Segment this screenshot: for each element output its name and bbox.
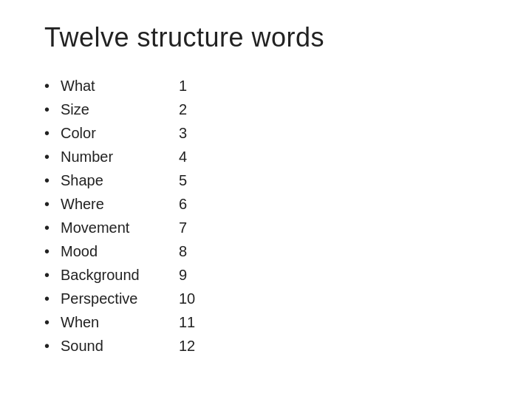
word-number: 2 xyxy=(179,98,187,121)
list-item: •Shape5 xyxy=(44,168,488,192)
bullet-icon: • xyxy=(44,192,61,216)
structure-word: Background xyxy=(61,263,179,287)
word-number: 12 xyxy=(179,334,195,358)
word-number: 3 xyxy=(179,121,187,145)
structure-word: Where xyxy=(61,192,179,216)
bullet-icon: • xyxy=(44,145,61,168)
word-number: 1 xyxy=(179,74,187,98)
bullet-icon: • xyxy=(44,239,61,263)
bullet-icon: • xyxy=(44,216,61,239)
list-item: •Color3 xyxy=(44,121,488,145)
word-number: 11 xyxy=(179,310,195,334)
word-number: 4 xyxy=(179,145,187,168)
structure-word: What xyxy=(61,74,179,98)
bullet-icon: • xyxy=(44,287,61,310)
page: Twelve structure words •What1•Size2•Colo… xyxy=(0,0,532,399)
word-number: 8 xyxy=(179,239,187,263)
list-item: •Sound12 xyxy=(44,334,488,358)
structure-word: Perspective xyxy=(61,287,179,310)
list-item: •What1 xyxy=(44,74,488,98)
structure-word: Shape xyxy=(61,168,179,192)
list-item: •When11 xyxy=(44,310,488,334)
word-number: 7 xyxy=(179,216,187,239)
structure-words-list: •What1•Size2•Color3•Number4•Shape5•Where… xyxy=(44,74,488,358)
list-item: •Movement7 xyxy=(44,216,488,239)
bullet-icon: • xyxy=(44,310,61,334)
structure-word: When xyxy=(61,310,179,334)
word-number: 5 xyxy=(179,168,187,192)
word-number: 6 xyxy=(179,192,187,216)
word-number: 10 xyxy=(179,287,195,310)
structure-word: Movement xyxy=(61,216,179,239)
list-item: •Size2 xyxy=(44,98,488,121)
list-item: •Perspective10 xyxy=(44,287,488,310)
bullet-icon: • xyxy=(44,263,61,287)
structure-word: Mood xyxy=(61,239,179,263)
bullet-icon: • xyxy=(44,168,61,192)
structure-word: Number xyxy=(61,145,179,168)
list-item: •Background9 xyxy=(44,263,488,287)
page-title: Twelve structure words xyxy=(44,22,488,53)
bullet-icon: • xyxy=(44,121,61,145)
structure-word: Color xyxy=(61,121,179,145)
list-item: •Mood8 xyxy=(44,239,488,263)
bullet-icon: • xyxy=(44,334,61,358)
bullet-icon: • xyxy=(44,74,61,98)
structure-word: Size xyxy=(61,98,179,121)
structure-word: Sound xyxy=(61,334,179,358)
bullet-icon: • xyxy=(44,98,61,121)
list-item: •Number4 xyxy=(44,145,488,168)
word-number: 9 xyxy=(179,263,187,287)
list-item: •Where6 xyxy=(44,192,488,216)
